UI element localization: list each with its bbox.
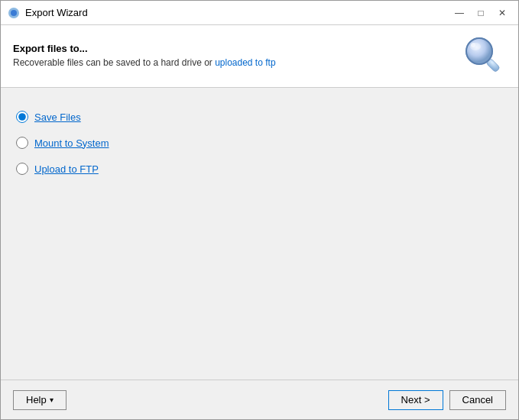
mount-system-radio[interactable] <box>16 137 28 149</box>
mount-system-label: Mount to System <box>34 137 109 149</box>
upload-ftp-label: Upload to FTP <box>34 163 99 175</box>
save-files-option[interactable]: Save Files <box>16 111 503 123</box>
svg-point-6 <box>471 43 475 47</box>
footer-right: Next > Cancel <box>388 390 506 410</box>
minimize-button[interactable]: — <box>449 5 469 21</box>
magnifier-icon <box>463 36 503 76</box>
header-title: Export files to... <box>13 43 460 54</box>
window-title: Export Wizard <box>25 7 449 18</box>
next-button[interactable]: Next > <box>388 390 443 410</box>
footer-left: Help ▾ <box>13 390 388 410</box>
save-files-label: Save Files <box>34 111 81 123</box>
radio-group: Save Files Mount to System Upload to FTP <box>16 111 503 175</box>
window-controls: — □ ✕ <box>449 5 512 21</box>
save-files-radio[interactable] <box>16 111 28 123</box>
title-bar: Export Wizard — □ ✕ <box>1 1 518 25</box>
app-icon <box>7 6 21 20</box>
header-panel: Export files to... Recoverable files can… <box>1 25 518 88</box>
chevron-down-icon: ▾ <box>50 396 54 404</box>
header-text: Export files to... Recoverable files can… <box>13 43 460 68</box>
header-description: Recoverable files can be saved to a hard… <box>13 57 460 68</box>
description-text-start: Recoverable files can be saved to a hard… <box>13 57 215 68</box>
upload-ftp-option[interactable]: Upload to FTP <box>16 163 503 175</box>
close-button[interactable]: ✕ <box>492 5 512 21</box>
svg-point-1 <box>11 10 17 16</box>
footer: Help ▾ Next > Cancel <box>1 380 518 419</box>
ftp-link[interactable]: uploaded to ftp <box>215 57 275 68</box>
help-button[interactable]: Help ▾ <box>13 390 66 410</box>
upload-ftp-radio[interactable] <box>16 163 28 175</box>
mount-system-option[interactable]: Mount to System <box>16 137 503 149</box>
help-label: Help <box>26 394 47 405</box>
content-area: Save Files Mount to System Upload to FTP <box>1 88 518 380</box>
cancel-button[interactable]: Cancel <box>449 390 506 410</box>
header-icon <box>460 34 506 76</box>
maximize-button[interactable]: □ <box>471 5 491 21</box>
export-wizard-window: Export Wizard — □ ✕ Export files to... R… <box>0 0 519 420</box>
